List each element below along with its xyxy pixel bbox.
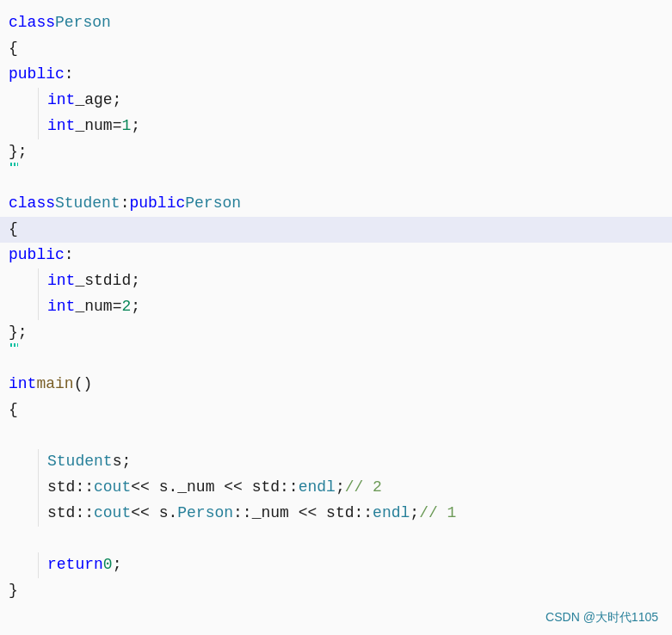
code-token: cout <box>94 501 131 526</box>
code-token: << s. <box>131 501 177 526</box>
code-empty-line <box>0 346 672 372</box>
code-token: ; <box>336 475 345 500</box>
code-token: { <box>9 217 18 242</box>
code-token: () <box>74 372 93 397</box>
code-line: { <box>0 217 672 243</box>
code-token: s; <box>113 449 132 474</box>
code-token: public <box>9 62 65 87</box>
code-token: // 2 <box>345 475 382 500</box>
code-token: endl <box>299 475 336 500</box>
watermark: CSDN @大时代1105 <box>546 607 658 626</box>
code-token: // 1 <box>419 501 456 526</box>
code-token: 0 <box>103 552 113 577</box>
code-token: _age; <box>75 88 121 113</box>
code-token: 1 <box>121 114 131 139</box>
code-line: public: <box>0 62 672 88</box>
code-token: int <box>47 268 75 293</box>
code-token: _num <box>75 114 112 139</box>
code-token: ; <box>18 139 28 164</box>
code-line: class Student : public Person <box>0 191 672 217</box>
code-token: int <box>9 372 36 397</box>
code-line: int _num = 1; <box>0 114 672 139</box>
code-token: endl <box>373 501 410 526</box>
code-token: :: <box>233 501 252 526</box>
code-token: { <box>9 36 18 61</box>
code-token: main <box>36 372 73 397</box>
code-line: public: <box>0 243 672 268</box>
code-token: int <box>47 114 75 139</box>
code-token: Student <box>47 449 113 474</box>
code-line: int _num = 2; <box>0 294 672 320</box>
code-token: Person <box>185 191 241 216</box>
code-token: Person <box>177 501 233 526</box>
code-token: cout <box>94 475 131 500</box>
code-line: } <box>0 578 672 604</box>
code-line: Student s; <box>0 449 672 475</box>
code-token: _num << std:: <box>252 501 373 526</box>
code-empty-line <box>0 165 672 191</box>
code-token: int <box>47 88 75 113</box>
code-line: class Person <box>0 10 672 36</box>
code-token: :: <box>75 475 94 500</box>
code-token: = <box>113 114 122 139</box>
code-empty-line <box>0 423 672 449</box>
code-token: class <box>9 191 55 216</box>
code-token: ; <box>410 501 419 526</box>
code-token: 2 <box>121 294 131 319</box>
code-token: std <box>47 475 75 500</box>
code-token: _stdid; <box>75 268 140 293</box>
code-line: }; <box>0 320 672 346</box>
code-token: std <box>47 501 75 526</box>
code-token: ; <box>131 294 140 319</box>
code-line: { <box>0 398 672 423</box>
code-container: class Person{public:int _age;int _num = … <box>0 0 672 635</box>
code-token: : <box>120 191 130 216</box>
code-token: public <box>9 243 65 268</box>
code-token: ; <box>131 114 140 139</box>
code-token: public <box>129 191 185 216</box>
code-token: ; <box>113 552 122 577</box>
code-token: << s._num << std:: <box>131 475 298 500</box>
code-token: _num <box>75 294 112 319</box>
code-line: std::cout << s.Person::_num << std::endl… <box>0 501 672 527</box>
code-line: std::cout << s._num << std::endl;// 2 <box>0 475 672 501</box>
code-line: int _stdid; <box>0 268 672 294</box>
code-token: :: <box>75 501 94 526</box>
code-line: }; <box>0 139 672 165</box>
code-token: { <box>9 398 18 422</box>
code-token: class <box>9 10 55 35</box>
code-empty-line <box>0 527 672 552</box>
code-line: int main() <box>0 372 672 398</box>
code-line: int _age; <box>0 88 672 114</box>
code-token: = <box>113 294 122 319</box>
code-token: } <box>9 578 18 603</box>
code-line: { <box>0 36 672 62</box>
code-token: : <box>65 243 74 268</box>
code-token: } <box>9 139 18 164</box>
code-line: return 0; <box>0 552 672 578</box>
code-token: : <box>65 62 74 87</box>
code-token: } <box>9 320 18 345</box>
code-token: Student <box>55 191 120 216</box>
code-token: Person <box>55 10 111 35</box>
code-token: ; <box>18 320 28 345</box>
code-token: int <box>47 294 75 319</box>
code-token: return <box>47 552 103 577</box>
